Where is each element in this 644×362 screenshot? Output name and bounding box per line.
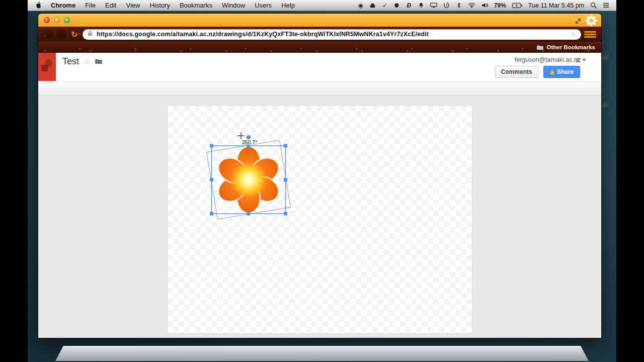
evernote-icon[interactable] xyxy=(394,3,400,8)
minimize-window-button[interactable] xyxy=(54,17,60,23)
browser-toolbar: ← → ↻ https://docs.google.com/a/tamaki.a… xyxy=(38,27,601,42)
chrome-window: ← → ↻ https://docs.google.com/a/tamaki.a… xyxy=(38,13,602,338)
comments-button[interactable]: Comments xyxy=(495,66,538,78)
tab-strip xyxy=(38,14,601,27)
share-button[interactable]: Share xyxy=(543,66,580,78)
menubar-item-window[interactable]: Window xyxy=(222,2,245,9)
notifications-icon[interactable] xyxy=(418,2,424,9)
menubar-item-help[interactable]: Help xyxy=(281,2,295,9)
back-button[interactable]: ← xyxy=(43,29,53,39)
menubar-item-edit[interactable]: Edit xyxy=(105,2,116,9)
volume-icon[interactable] xyxy=(481,3,488,8)
drawing-toolbar xyxy=(38,81,601,96)
document-title[interactable]: Test xyxy=(62,56,79,67)
folder-icon xyxy=(536,45,544,50)
theme-daisy-icon xyxy=(585,15,597,29)
url-text[interactable]: https://docs.google.com/a/tamaki.ac.nz/d… xyxy=(97,31,429,38)
macos-menubar: Chrome FileEditViewHistoryBookmarksWindo… xyxy=(28,0,616,11)
airplay-icon[interactable] xyxy=(430,3,437,8)
move-to-folder-icon[interactable] xyxy=(95,57,103,66)
zoom-window-button[interactable] xyxy=(64,17,70,23)
drawings-logo[interactable] xyxy=(38,53,56,81)
spotlight-icon[interactable] xyxy=(590,2,597,9)
menubar-clock[interactable]: Tue 11 Mar 5:45 pm xyxy=(528,2,584,9)
desktop: Chrome FileEditViewHistoryBookmarksWindo… xyxy=(28,0,616,362)
menubar-app-name[interactable]: Chrome xyxy=(51,2,75,9)
menubar-item-bookmarks[interactable]: Bookmarks xyxy=(180,2,212,9)
close-window-button[interactable] xyxy=(44,17,50,23)
menubar-item-file[interactable]: File xyxy=(85,2,96,9)
ssl-warning-lock-icon[interactable] xyxy=(87,30,94,38)
flower-shape[interactable] xyxy=(214,147,283,213)
desktop-file-label[interactable]: df xyxy=(603,53,608,60)
battery-percent-label[interactable]: 79% xyxy=(494,2,506,9)
star-document-icon[interactable]: ☆ xyxy=(84,57,90,66)
menubar-item-users[interactable]: Users xyxy=(255,2,272,9)
drawings-app: Test ☆ ferguson@tamaki.ac.nz ▾ Comments … xyxy=(38,53,601,338)
dock xyxy=(55,340,589,361)
notification-center-icon[interactable] xyxy=(603,3,609,8)
desktop-file-label[interactable]: df xyxy=(603,101,608,108)
menubar-menus: FileEditViewHistoryBookmarksWindowUsersH… xyxy=(85,2,295,9)
collapse-toolbar-button[interactable] xyxy=(575,56,581,65)
drawing-page[interactable]: 350.7° xyxy=(167,105,472,334)
status-icons: ◉✓Ð xyxy=(358,2,488,9)
menubar-left: Chrome FileEditViewHistoryBookmarksWindo… xyxy=(35,1,295,10)
forward-button[interactable]: → xyxy=(56,29,66,39)
rotation-handle[interactable] xyxy=(247,135,251,139)
google-drive-icon[interactable] xyxy=(370,3,376,8)
apple-menu-icon[interactable] xyxy=(35,1,41,10)
menubar-item-view[interactable]: View xyxy=(126,2,140,9)
bookmark-star-icon[interactable]: ☆ xyxy=(570,30,577,38)
account-caret-icon: ▾ xyxy=(583,56,586,63)
address-bar[interactable]: https://docs.google.com/a/tamaki.ac.nz/d… xyxy=(83,29,581,40)
document-header: Test ☆ ferguson@tamaki.ac.nz ▾ Comments … xyxy=(38,53,601,81)
other-bookmarks-button[interactable]: Other Bookmarks xyxy=(536,44,595,50)
tabstrip-extras xyxy=(575,15,597,29)
share-lock-icon xyxy=(550,69,554,75)
flower-shape-selection[interactable]: 350.7° xyxy=(186,121,311,231)
battery-icon[interactable] xyxy=(512,3,522,8)
checkmark-icon[interactable]: ✓ xyxy=(382,2,388,9)
bluetooth-icon[interactable] xyxy=(456,2,462,9)
screen-record-icon[interactable]: ◉ xyxy=(358,2,364,9)
menubar-item-history[interactable]: History xyxy=(149,2,170,9)
time-machine-icon[interactable] xyxy=(443,2,450,9)
other-bookmarks-label: Other Bookmarks xyxy=(546,44,595,50)
crosshair-cursor xyxy=(238,133,245,139)
dash-icon[interactable]: Ð xyxy=(406,2,412,9)
dock-shelf xyxy=(55,346,589,361)
rotation-angle-label: 350.7° xyxy=(242,139,257,145)
bookmarks-bar: Other Bookmarks xyxy=(38,42,601,53)
theme-expand-icon[interactable] xyxy=(575,17,581,26)
drawing-canvas-area: 350.7° xyxy=(38,96,601,338)
menubar-status-area: ◉✓Ð 79% Tue 11 Mar 5:45 pm xyxy=(358,2,609,9)
window-controls xyxy=(44,17,70,23)
wifi-icon[interactable] xyxy=(468,3,475,8)
chrome-menu-button[interactable] xyxy=(584,30,596,39)
reload-button[interactable]: ↻ xyxy=(69,29,79,39)
